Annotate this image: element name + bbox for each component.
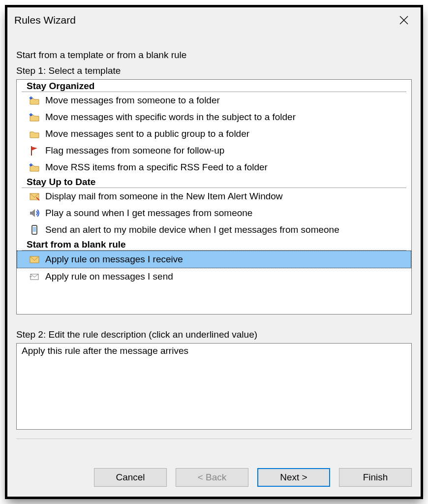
template-apply-receive[interactable]: Apply rule on messages I receive — [17, 251, 411, 268]
template-play-sound[interactable]: Play a sound when I get messages from so… — [17, 205, 411, 221]
close-icon — [399, 15, 409, 25]
group-header-organized: Stay Organized — [22, 81, 406, 92]
flag-icon — [29, 145, 40, 157]
svg-rect-5 — [33, 227, 36, 232]
rule-description-text: Apply this rule after the message arrive… — [22, 346, 188, 356]
folder-move-icon — [29, 111, 40, 123]
template-label: Play a sound when I get messages from so… — [45, 206, 252, 220]
rules-wizard-dialog: Rules Wizard Start from a template or fr… — [7, 7, 421, 497]
folder-move-icon — [29, 161, 40, 173]
template-label: Move RSS items from a specific RSS Feed … — [45, 160, 268, 175]
template-label: Apply rule on messages I send — [45, 269, 173, 284]
template-label: Flag messages from someone for follow-up — [45, 143, 224, 158]
template-flag-followup[interactable]: Flag messages from someone for follow-up — [17, 142, 411, 159]
template-label: Move messages from someone to a folder — [45, 93, 220, 108]
window-title: Rules Wizard — [14, 14, 76, 26]
folder-move-icon — [29, 128, 40, 140]
template-new-item-alert[interactable]: Display mail from someone in the New Ite… — [17, 188, 411, 205]
template-move-from-someone[interactable]: Move messages from someone to a folder — [17, 92, 411, 109]
button-row: Cancel < Back Next > Finish — [7, 468, 421, 497]
step2-label: Step 2: Edit the rule description (click… — [16, 329, 412, 340]
group-header-blank: Start from a blank rule — [22, 239, 406, 251]
back-button: < Back — [176, 468, 248, 487]
template-label: Send an alert to my mobile device when I… — [45, 222, 339, 237]
template-listbox[interactable]: Stay Organized Move messages from someon… — [16, 79, 412, 315]
template-label: Apply rule on messages I receive — [45, 252, 183, 267]
template-label: Move messages sent to a public group to … — [45, 126, 249, 141]
template-label: Move messages with specific words in the… — [45, 110, 296, 125]
mail-alert-icon — [29, 190, 40, 202]
separator — [16, 439, 412, 439]
speaker-icon — [29, 207, 40, 219]
mobile-icon — [29, 224, 40, 236]
step1-label: Step 1: Select a template — [16, 65, 412, 76]
cancel-button[interactable]: Cancel — [94, 468, 167, 487]
rule-description-box[interactable]: Apply this rule after the message arrive… — [16, 343, 412, 430]
template-apply-send[interactable]: Apply rule on messages I send — [17, 268, 411, 285]
template-move-words-subject[interactable]: Move messages with specific words in the… — [17, 109, 411, 126]
envelope-out-icon — [29, 271, 40, 283]
group-header-uptodate: Stay Up to Date — [22, 177, 406, 188]
template-label: Display mail from someone in the New Ite… — [45, 189, 283, 204]
envelope-in-icon — [29, 253, 40, 265]
folder-move-icon — [29, 94, 40, 106]
next-button[interactable]: Next > — [257, 468, 330, 487]
close-button[interactable] — [394, 10, 414, 30]
template-move-public-group[interactable]: Move messages sent to a public group to … — [17, 126, 411, 142]
titlebar: Rules Wizard — [7, 7, 421, 31]
template-move-rss[interactable]: Move RSS items from a specific RSS Feed … — [17, 159, 411, 176]
template-mobile-alert[interactable]: Send an alert to my mobile device when I… — [17, 221, 411, 238]
finish-button[interactable]: Finish — [339, 468, 412, 487]
intro-text: Start from a template or from a blank ru… — [16, 50, 412, 61]
